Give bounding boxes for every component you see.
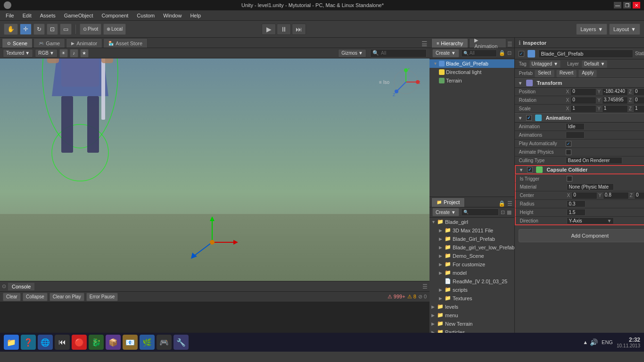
rot-y[interactable]: 3.745895 (602, 97, 628, 104)
step-button[interactable]: ⏭ (292, 24, 306, 35)
center-z[interactable]: 0 (634, 192, 644, 199)
project-item-levels[interactable]: ▶📁levels (429, 303, 514, 311)
project-item-textures[interactable]: ▶📁Textures (429, 294, 514, 303)
taskbar-game1[interactable]: 🐉 (89, 335, 104, 350)
close-button[interactable]: ✕ (633, 2, 640, 8)
project-item-particles[interactable]: ▶📁Particles (429, 328, 514, 333)
animation-clip-field[interactable]: Idle (566, 123, 585, 130)
revert-button[interactable]: Revert (556, 70, 577, 77)
animations-field[interactable] (566, 132, 585, 139)
tag-dropdown[interactable]: Untagged ▼ (529, 60, 561, 68)
menu-edit[interactable]: Edit (19, 12, 35, 19)
center-x[interactable]: 0 (571, 192, 597, 199)
project-item-menu[interactable]: ▶📁menu (429, 311, 514, 320)
pos-y[interactable]: -180.4240 (602, 88, 628, 96)
hierarchy-menu[interactable]: ☰ (507, 41, 512, 48)
tab-game[interactable]: 🎮Game (33, 38, 65, 48)
project-menu[interactable]: ☰ (507, 200, 512, 207)
go-name-field[interactable]: Blade_Girl_Prefab (538, 49, 633, 58)
project-item-blade-girl[interactable]: ▼📁Blade_girl (429, 218, 514, 226)
scale-x[interactable]: 1 (570, 105, 596, 113)
collider-enabled[interactable] (527, 167, 533, 173)
minimize-button[interactable]: — (614, 2, 621, 8)
maximize-button[interactable]: ❐ (623, 2, 631, 8)
rotate-tool[interactable]: ↻ (33, 24, 45, 35)
direction-dropdown[interactable]: Y-Axis ▼ (567, 217, 614, 224)
menu-file[interactable]: File (2, 12, 18, 19)
project-item-for-customize[interactable]: ▶📁For customize (429, 260, 514, 269)
local-button[interactable]: ⊕ Local (103, 24, 126, 35)
pause-button[interactable]: ⏸ (277, 24, 291, 35)
tray-volume[interactable]: 🔊 (590, 338, 598, 346)
play-auto-checkbox[interactable] (566, 141, 571, 147)
scene-menu-icon[interactable]: ☰ (421, 40, 428, 48)
center-y[interactable]: 0.8 (603, 192, 629, 199)
menu-custom[interactable]: Custom (133, 12, 158, 19)
audio-toggle[interactable]: ♪ (70, 49, 78, 58)
hierarchy-item-terrain[interactable]: Terrain (429, 76, 514, 85)
animate-physics-checkbox[interactable] (566, 149, 571, 155)
transform-header[interactable]: ▼ Transform ⚙ 🔒 (515, 78, 644, 88)
go-active-checkbox[interactable] (519, 51, 524, 57)
clear-button[interactable]: Clear (3, 293, 21, 301)
view-mode-dropdown[interactable]: Textured ▼ (3, 49, 33, 58)
project-search[interactable]: 🔍 (461, 208, 499, 216)
move-tool[interactable]: ✛ (20, 24, 32, 35)
project-lock[interactable]: 🔒 (498, 200, 505, 207)
radius-field[interactable]: 0.3 (567, 200, 586, 207)
project-item-readme[interactable]: 📄ReadMe_[V 2.0]_03_25 (429, 277, 514, 286)
console-menu[interactable]: ☰ (422, 283, 428, 290)
taskbar-package[interactable]: 📦 (106, 335, 121, 350)
height-field[interactable]: 1.5 (567, 209, 586, 216)
menu-help[interactable]: Help (186, 12, 205, 19)
menu-gameobject[interactable]: GameObject (60, 12, 97, 19)
tray-network[interactable]: ▲ (583, 339, 588, 345)
hierarchy-options[interactable]: ⊡ (507, 50, 512, 56)
rot-x[interactable]: 0 (570, 97, 596, 104)
clear-on-play-button[interactable]: Clear on Play (50, 293, 84, 301)
taskbar-browser[interactable]: 🌐 (38, 335, 53, 350)
project-item-blade-girl-prefab-1[interactable]: ▶📁Blade_Girl_Prefab (429, 235, 514, 243)
scale-tool[interactable]: ⊡ (47, 24, 58, 35)
hand-tool[interactable]: ✋ (4, 24, 18, 35)
capsule-collider-header[interactable]: ▼ Capsule Collider ⚙ 🔒 (515, 165, 644, 174)
tab-console[interactable]: Console (8, 283, 34, 290)
error-pause-button[interactable]: Error Pause (86, 293, 118, 301)
material-field[interactable]: None (Physic Mate (567, 183, 614, 190)
tab-animation[interactable]: ▶ Animation (469, 38, 506, 48)
pos-z[interactable]: 0 (633, 88, 644, 96)
search-bar[interactable]: 🔍 All (370, 49, 427, 58)
tab-project[interactable]: 📁Project (431, 197, 465, 207)
taskbar-opera[interactable]: 🔴 (72, 335, 87, 350)
hierarchy-create-button[interactable]: Create ▼ (432, 49, 459, 58)
layer-dropdown[interactable]: Default ▼ (582, 60, 608, 68)
menu-window[interactable]: Window (159, 12, 185, 19)
hierarchy-item-blade-girl-prefab[interactable]: ▼ Blade_Girl_Prefab (429, 59, 514, 68)
taskbar-mail[interactable]: 📧 (123, 335, 138, 350)
layout-dropdown[interactable]: Layout ▼ (609, 24, 640, 35)
animation-header[interactable]: ▼ Animation ⚙ 🔒 (515, 113, 644, 123)
pos-x[interactable]: 0 (570, 88, 596, 96)
add-component-button[interactable]: Add Component (519, 229, 644, 242)
taskbar-media[interactable]: ⏮ (55, 335, 70, 350)
scale-z[interactable]: 1 (633, 105, 644, 113)
tab-scene[interactable]: ⊙Scene (2, 38, 33, 48)
menu-component[interactable]: Component (98, 12, 132, 19)
effects-toggle[interactable]: ★ (80, 49, 89, 58)
hierarchy-lock[interactable]: 🔒 (499, 50, 505, 56)
collapse-button[interactable]: Collapse (23, 293, 48, 301)
project-item-3d-max[interactable]: ▶📁3D Max 2011 File (429, 226, 514, 235)
tab-animator[interactable]: ▶Animator (66, 38, 102, 48)
taskbar-settings[interactable]: 🔧 (173, 335, 189, 350)
select-button[interactable]: Select (535, 70, 554, 77)
project-create-button[interactable]: Create ▼ (432, 208, 459, 216)
tab-asset-store[interactable]: 🏪Asset Store (103, 38, 148, 48)
taskbar-unity[interactable]: 🎮 (157, 335, 172, 350)
taskbar-help[interactable]: ❓ (21, 335, 36, 350)
layers-dropdown[interactable]: Layers ▼ (576, 24, 607, 35)
animation-enabled[interactable] (526, 115, 532, 121)
project-item-new-terrain[interactable]: ▶📁New Terrain (429, 320, 514, 328)
lighting-toggle[interactable]: ☀ (59, 49, 68, 58)
project-item-model[interactable]: ▶📁model (429, 269, 514, 277)
hierarchy-item-directional-light[interactable]: Directional light (429, 68, 514, 76)
